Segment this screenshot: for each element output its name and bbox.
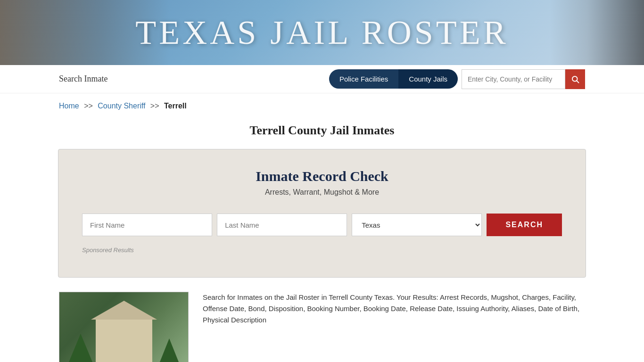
record-check-box: Inmate Record Check Arrests, Warrant, Mu… <box>58 149 586 278</box>
breadcrumb-county-sheriff[interactable]: County Sheriff <box>98 102 145 110</box>
record-check-subtitle: Arrests, Warrant, Mugshot & More <box>82 188 562 197</box>
search-button[interactable]: SEARCH <box>487 214 562 236</box>
nav-buttons: Police Facilities County Jails <box>329 69 585 89</box>
bottom-image <box>59 292 189 362</box>
state-select[interactable]: AlabamaAlaskaArizonaArkansasCaliforniaCo… <box>352 214 482 236</box>
tree-left-icon <box>69 334 92 362</box>
bottom-section: Search for Inmates on the Jail Roster in… <box>0 292 644 362</box>
first-name-input[interactable] <box>82 214 212 236</box>
breadcrumb: Home >> County Sheriff >> Terrell <box>0 93 644 115</box>
sponsored-results: Sponsored Results <box>82 247 562 254</box>
svg-line-1 <box>577 81 578 82</box>
breadcrumb-sep2: >> <box>150 102 159 110</box>
nav-bar: Search Inmate Police Facilities County J… <box>0 65 644 93</box>
police-facilities-button[interactable]: Police Facilities <box>329 69 398 89</box>
banner-right-overlay <box>550 0 644 65</box>
breadcrumb-sep1: >> <box>84 102 93 110</box>
search-form: AlabamaAlaskaArizonaArkansasCaliforniaCo… <box>82 214 562 236</box>
facility-search-input[interactable] <box>462 69 565 89</box>
search-icon <box>571 75 579 83</box>
breadcrumb-current: Terrell <box>164 102 187 110</box>
banner-title: Texas Jail Roster <box>135 13 508 52</box>
building-roof-icon <box>91 301 157 320</box>
county-jails-button[interactable]: County Jails <box>398 69 458 89</box>
search-inmate-label: Search Inmate <box>59 74 329 84</box>
last-name-input[interactable] <box>217 214 347 236</box>
building-shape <box>96 320 152 362</box>
record-check-title: Inmate Record Check <box>82 168 562 184</box>
search-icon-button[interactable] <box>565 69 585 89</box>
breadcrumb-home[interactable]: Home <box>59 102 79 110</box>
page-title-section: Terrell County Jail Inmates <box>0 115 644 149</box>
header-banner: Texas Jail Roster <box>0 0 644 65</box>
tree-right-icon <box>160 338 179 362</box>
bottom-text: Search for Inmates on the Jail Roster in… <box>203 292 585 362</box>
page-title: Terrell County Jail Inmates <box>0 123 644 138</box>
